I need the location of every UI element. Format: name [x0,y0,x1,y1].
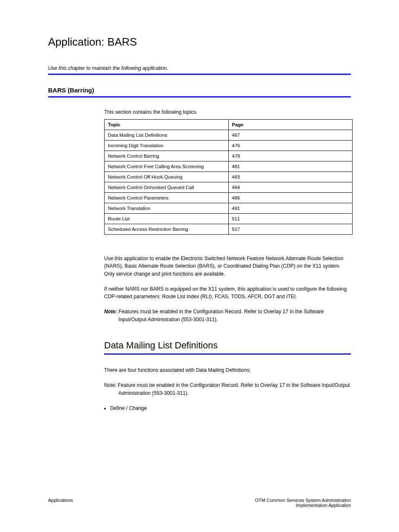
table-cell-topic: Network Control Parameters [105,193,229,203]
table-row: Route List511 [105,214,353,224]
table-cell-topic: Route List [105,214,229,224]
footer-right: OTM Common Services System Administratio… [255,498,351,508]
table-intro: This section contains the following topi… [104,109,351,115]
divider-top [48,74,351,75]
table-cell-page: 483 [228,172,353,182]
functions-note: Note: Feature must be enabled in the Con… [104,381,351,397]
table-row: Network Control Parameters486 [105,193,353,203]
table-row: Network Control Off-Hook Queuing483 [105,172,353,182]
note-text: Features must be enabled in the Configur… [118,309,324,322]
table-cell-topic: Scheduled Access Restriction Barring [105,224,229,235]
table-row: Network Control Barring479 [105,151,353,161]
functions-note-label: Note: [104,382,116,388]
table-cell-page: 486 [228,193,353,203]
footer-left: Applications [48,498,73,508]
table-header-page: Page [228,120,353,130]
table-cell-topic: Network Control Onhooked Queued Call [105,182,229,193]
table-cell-page: 484 [228,182,353,193]
table-row: Scheduled Access Restriction Barring517 [105,224,353,235]
table-cell-topic: Network Translation [105,203,229,214]
table-cell-page: 491 [228,203,353,214]
table-header-row: Topic Page [105,120,353,130]
table-cell-page: 479 [228,151,353,161]
feature-note: Note: Features must be enabled in the Co… [104,308,351,323]
table-row: Network Translation491 [105,203,353,214]
body-content: Use this application to enable the Elect… [104,255,351,412]
table-cell-topic: Data Mailing List Definitions [105,130,229,141]
paragraph-cdp: If neither NARS nor BARS is equipped on … [104,285,351,301]
table-cell-page: 467 [228,130,353,141]
table-cell-topic: Network Control Free Calling Area Screen… [105,161,229,172]
footer-doc-title: OTM Common Services System Administratio… [255,498,351,503]
table-row: Network Control Onhooked Queued Call484 [105,182,353,193]
table-cell-topic: Network Control Off-Hook Queuing [105,172,229,182]
functions-intro: There are four functions associated with… [104,366,351,374]
page-footer: Applications OTM Common Services System … [48,498,351,508]
table-cell-page: 517 [228,224,353,235]
footer-doc-subtitle: Implementation Application [255,503,351,508]
table-header-topic: Topic [105,120,229,130]
table-cell-topic: Incoming Digit Translation [105,141,229,151]
topics-table: Topic Page Data Mailing List Definitions… [104,119,353,235]
table-row: Data Mailing List Definitions467 [105,130,353,141]
functions-note-text: Feature must be enabled in the Configura… [118,382,350,396]
divider-section [48,96,351,97]
table-cell-topic: Network Control Barring [105,151,229,161]
application-title: Application: BARS [48,36,351,49]
mailing-list-title: Data Mailing List Definitions [104,340,351,351]
table-row: Network Control Free Calling Area Screen… [105,161,353,172]
function-item-define: Define / Change [110,404,351,412]
table-cell-page: 511 [228,214,353,224]
divider-mailing [104,353,351,355]
table-cell-page: 481 [228,161,353,172]
page-body: Application: BARS Use this chapter to ma… [0,0,399,439]
intro-subheading: Use this chapter to maintain the followi… [48,65,351,71]
section-heading-bars: BARS (Barring) [48,87,351,94]
table-cell-page: 476 [228,141,353,151]
paragraph-purpose: Use this application to enable the Elect… [104,255,351,278]
note-label: Note: [104,309,117,315]
table-row: Incoming Digit Translation476 [105,141,353,151]
functions-list: Define / Change [104,404,351,412]
